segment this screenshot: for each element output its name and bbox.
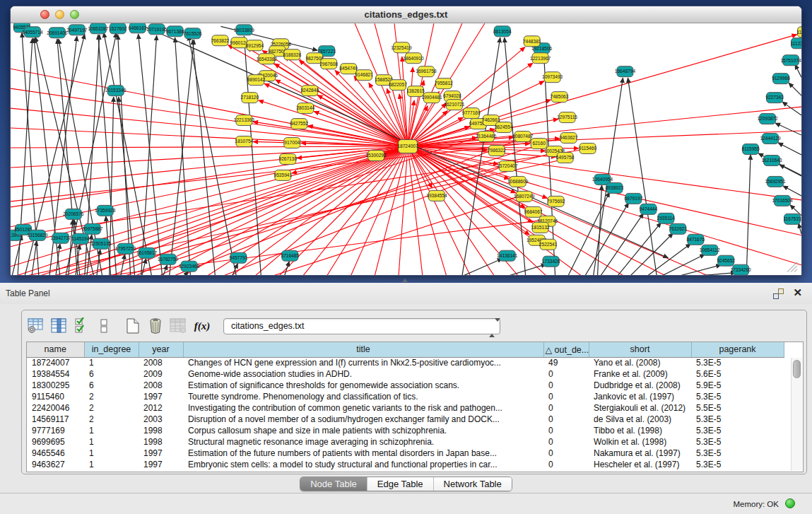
- table-cell[interactable]: 5.6E-5: [691, 368, 784, 380]
- network-node[interactable]: 1167533: [783, 214, 801, 224]
- network-node[interactable]: 30975887: [82, 223, 103, 234]
- table-row[interactable]: 969969511998Structural magnetic resonanc…: [27, 436, 784, 448]
- clear-selection-icon[interactable]: [95, 316, 113, 336]
- network-node[interactable]: 20497197: [66, 25, 88, 35]
- network-node[interactable]: 9146821: [355, 70, 373, 81]
- column-header-name[interactable]: name: [27, 342, 84, 357]
- table-cell[interactable]: 14569117: [27, 414, 84, 425]
- table-row[interactable]: 1938455462009Genome-wide association stu…: [27, 368, 784, 380]
- column-header-in_degree[interactable]: in_degree: [84, 342, 139, 357]
- network-node[interactable]: 7986322: [488, 146, 506, 156]
- resize-grip-icon[interactable]: [794, 269, 797, 272]
- network-node[interactable]: 7955812: [435, 78, 453, 89]
- table-cell[interactable]: Estimation of significance thresholds fo…: [183, 380, 543, 391]
- table-cell[interactable]: 0: [543, 391, 589, 402]
- network-node[interactable]: 10688609: [507, 176, 529, 187]
- network-node[interactable]: 8427552: [290, 119, 308, 129]
- table-cell[interactable]: de Silva et al. (2003): [589, 414, 691, 425]
- table-cell[interactable]: 2: [84, 402, 139, 414]
- table-cell[interactable]: 9777169: [27, 425, 84, 436]
- table-selector-dropdown[interactable]: citations_edges.txt: [223, 318, 500, 334]
- network-node[interactable]: 8912954: [246, 40, 264, 51]
- network-node[interactable]: 8813054: [493, 26, 512, 37]
- network-node[interactable]: 8471676: [686, 234, 705, 245]
- network-node[interactable]: 16648794: [615, 66, 636, 77]
- column-header-year[interactable]: year: [139, 342, 183, 357]
- network-node[interactable]: 8115955: [742, 144, 760, 155]
- network-node[interactable]: 19904481: [421, 93, 442, 103]
- network-node[interactable]: 6466161: [129, 23, 147, 33]
- table-cell[interactable]: 2008: [139, 357, 183, 368]
- network-node[interactable]: 9115460: [579, 144, 596, 154]
- network-node[interactable]: 7485063: [551, 92, 569, 103]
- network-node[interactable]: 12213363: [234, 115, 255, 126]
- table-cell[interactable]: 1998: [139, 436, 183, 448]
- table-cell[interactable]: Jankovic et al. (1997): [589, 391, 691, 402]
- table-row[interactable]: 911546021997Tourette syndrome. Phenomeno…: [27, 391, 784, 402]
- network-node[interactable]: 9671388: [166, 26, 184, 37]
- network-node[interactable]: 8186328: [283, 49, 301, 60]
- network-node[interactable]: 7975692: [547, 196, 565, 206]
- table-row[interactable]: 1456911722003Disruption of a novel membe…: [27, 414, 784, 425]
- table-cell[interactable]: Yano et al. (2008): [589, 357, 691, 368]
- table-cell[interactable]: 5.3E-5: [691, 459, 784, 470]
- network-node[interactable]: 12093872: [757, 114, 778, 124]
- network-node[interactable]: 1197541: [796, 27, 801, 37]
- network-node[interactable]: 10807487: [512, 132, 534, 142]
- table-cell[interactable]: Hescheler et al. (1997): [589, 459, 691, 470]
- network-node[interactable]: 1112304: [791, 38, 801, 49]
- network-node[interactable]: 6822057: [389, 80, 407, 90]
- table-cell[interactable]: 5.9E-5: [691, 380, 784, 391]
- network-node[interactable]: 16961758: [416, 66, 437, 77]
- network-node[interactable]: 19384554: [426, 190, 447, 201]
- network-window-titlebar[interactable]: citations_edges.txt: [11, 6, 801, 23]
- table-cell[interactable]: Wolkin et al. (1998): [589, 436, 691, 448]
- network-node[interactable]: 917004: [284, 138, 300, 148]
- network-node[interactable]: 12213967: [530, 53, 551, 64]
- network-node[interactable]: 17957253: [115, 243, 136, 254]
- table-row[interactable]: 977716911998Corpus callosum shape and si…: [27, 425, 784, 436]
- network-node[interactable]: 9245652: [717, 255, 735, 266]
- function-builder-icon[interactable]: f(x): [192, 316, 213, 336]
- table-cell[interactable]: 9463627: [27, 459, 84, 470]
- table-cell[interactable]: 0: [543, 436, 589, 448]
- table-row[interactable]: 1872400712008Changes of HCN gene express…: [27, 357, 784, 368]
- table-cell[interactable]: 5.3E-5: [691, 357, 784, 368]
- network-node[interactable]: 9242848: [300, 86, 319, 96]
- network-node[interactable]: 17359928: [95, 205, 116, 216]
- table-cell[interactable]: Nakamura et al. (1997): [589, 448, 691, 459]
- table-cell[interactable]: Franke et al. (2009): [589, 368, 691, 380]
- network-node[interactable]: 15751074: [780, 55, 801, 66]
- network-node[interactable]: 16033809: [234, 25, 255, 35]
- network-node[interactable]: 13156829: [27, 230, 48, 240]
- network-node[interactable]: 1815132: [531, 222, 550, 233]
- network-node[interactable]: 10973493: [542, 72, 563, 83]
- table-cell[interactable]: Changes of HCN gene expression and I(f) …: [183, 357, 543, 368]
- table-cell[interactable]: 0: [543, 402, 589, 414]
- network-node[interactable]: 2935114: [657, 213, 675, 223]
- table-row[interactable]: 2242004622012Investigating the contribut…: [27, 402, 784, 414]
- table-row[interactable]: 1830029562008Estimation of significance …: [27, 380, 784, 391]
- network-node[interactable]: 6495758: [556, 152, 575, 163]
- network-node[interactable]: 2967608: [319, 59, 338, 69]
- network-node[interactable]: 10653287: [88, 23, 109, 34]
- tab-network-table[interactable]: Network Table: [434, 477, 512, 491]
- tab-edge-table[interactable]: Edge Table: [367, 477, 434, 491]
- table-cell[interactable]: Tibbo et al. (1998): [589, 425, 691, 436]
- network-node[interactable]: 9267130: [278, 153, 297, 164]
- table-cell[interactable]: 1: [84, 436, 139, 448]
- network-node[interactable]: 6879197: [625, 193, 643, 204]
- network-graph[interactable]: 9405571140557142069140620497197106532871…: [11, 23, 801, 275]
- network-node[interactable]: 12923468: [179, 261, 200, 271]
- table-cell[interactable]: 0: [543, 368, 589, 380]
- table-cell[interactable]: Estimation of the future numbers of pati…: [183, 448, 543, 459]
- table-cell[interactable]: Embryonic stem cells: a model to study s…: [183, 459, 543, 470]
- network-node[interactable]: 20206576: [63, 209, 84, 219]
- column-visibility-icon[interactable]: [49, 316, 68, 336]
- table-cell[interactable]: 1997: [139, 391, 183, 402]
- network-node[interactable]: 7615526: [184, 28, 202, 39]
- table-cell[interactable]: 0: [543, 448, 589, 459]
- table-cell[interactable]: Tourette syndrome. Phenomenology and cla…: [183, 391, 543, 402]
- table-row[interactable]: 946362711997Embryonic stem cells: a mode…: [27, 459, 784, 470]
- column-header-short[interactable]: short: [589, 342, 691, 357]
